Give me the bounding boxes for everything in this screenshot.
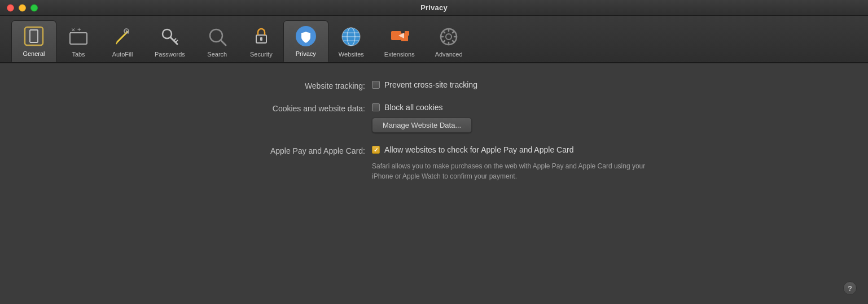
apple-pay-checkbox-label: Allow websites to check for Apple Pay an… — [384, 145, 573, 154]
block-cookies-checkbox[interactable] — [372, 103, 380, 111]
autofill-icon — [111, 25, 134, 49]
svg-line-7 — [116, 42, 117, 44]
tab-tabs-label: Tabs — [72, 51, 85, 58]
close-button[interactable] — [7, 4, 14, 11]
cookies-row: Cookies and website data: Block all cook… — [180, 103, 688, 133]
help-button[interactable]: ? — [843, 281, 857, 295]
advanced-icon — [437, 25, 461, 49]
tab-extensions-label: Extensions — [384, 51, 415, 58]
svg-line-35 — [453, 31, 454, 33]
website-tracking-label: Website tracking: — [180, 80, 372, 90]
tab-search-label: Search — [207, 51, 227, 58]
extensions-icon — [388, 25, 411, 49]
toolbar: General ✕ + Tabs AutoFill — [0, 16, 868, 63]
tab-advanced[interactable]: Advanced — [425, 21, 473, 62]
svg-line-12 — [174, 38, 176, 41]
svg-text:✕: ✕ — [71, 27, 76, 33]
content-area: Website tracking: Prevent cross-site tra… — [0, 63, 868, 304]
window-controls — [7, 4, 38, 11]
tab-general-label: General — [23, 50, 45, 57]
title-bar: Privacy — [0, 0, 868, 16]
tabs-icon: ✕ + — [67, 25, 90, 49]
manage-website-data-button[interactable]: Manage Website Data... — [372, 118, 472, 133]
tab-passwords-label: Passwords — [155, 51, 185, 58]
svg-text:+: + — [77, 26, 81, 33]
passwords-icon — [158, 25, 182, 49]
block-cookies-row: Block all cookies — [372, 103, 472, 112]
svg-rect-1 — [30, 30, 38, 42]
svg-rect-17 — [260, 37, 262, 41]
tab-search[interactable]: Search — [195, 21, 239, 62]
minimize-button[interactable] — [19, 4, 26, 11]
apple-pay-checkbox-row: Allow websites to check for Apple Pay an… — [372, 145, 665, 154]
website-tracking-controls: Prevent cross-site tracking — [372, 80, 477, 89]
maximize-button[interactable] — [30, 4, 38, 11]
tab-extensions[interactable]: Extensions — [374, 21, 425, 62]
tab-privacy[interactable]: Privacy — [283, 20, 328, 62]
tab-advanced-label: Advanced — [435, 51, 463, 58]
svg-line-36 — [443, 41, 445, 42]
window-title: Privacy — [420, 3, 448, 12]
tab-autofill[interactable]: AutoFill — [100, 21, 144, 62]
prevent-tracking-checkbox[interactable] — [372, 81, 380, 89]
tab-websites[interactable]: Websites — [328, 21, 374, 62]
svg-rect-2 — [70, 33, 87, 44]
cookies-controls: Block all cookies Manage Website Data... — [372, 103, 472, 133]
svg-line-34 — [453, 41, 454, 42]
tab-passwords[interactable]: Passwords — [144, 21, 195, 62]
website-tracking-row: Website tracking: Prevent cross-site tra… — [180, 80, 688, 90]
apple-pay-checkbox[interactable] — [372, 146, 380, 154]
tab-autofill-label: AutoFill — [112, 51, 133, 58]
tab-security-label: Security — [250, 51, 273, 58]
prevent-tracking-label: Prevent cross-site tracking — [384, 80, 477, 89]
svg-point-28 — [446, 34, 451, 40]
cookies-label: Cookies and website data: — [180, 103, 372, 113]
apple-pay-row: Apple Pay and Apple Card: Allow websites… — [180, 145, 688, 181]
privacy-icon — [294, 24, 318, 48]
svg-line-13 — [176, 40, 178, 42]
svg-rect-26 — [405, 31, 409, 36]
security-icon — [249, 25, 273, 49]
tab-general[interactable]: General — [11, 20, 56, 62]
svg-line-33 — [443, 31, 445, 33]
tab-websites-label: Websites — [339, 51, 364, 58]
tab-tabs[interactable]: ✕ + Tabs — [56, 21, 100, 62]
websites-icon — [339, 25, 363, 49]
settings-table: Website tracking: Prevent cross-site tra… — [180, 80, 688, 181]
tab-privacy-label: Privacy — [296, 50, 316, 57]
block-cookies-label: Block all cookies — [384, 103, 443, 112]
general-icon — [22, 24, 46, 48]
svg-line-15 — [221, 40, 226, 45]
prevent-tracking-row: Prevent cross-site tracking — [372, 80, 477, 89]
apple-pay-controls: Allow websites to check for Apple Pay an… — [372, 145, 665, 181]
apple-pay-label: Apple Pay and Apple Card: — [180, 145, 372, 155]
search-icon — [205, 25, 229, 49]
apple-pay-description: Safari allows you to make purchases on t… — [372, 161, 665, 181]
tab-security[interactable]: Security — [239, 21, 283, 62]
